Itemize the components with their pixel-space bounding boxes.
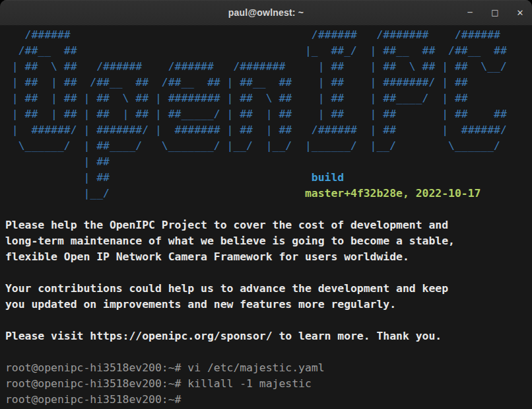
close-icon[interactable]: ✕ (515, 7, 525, 18)
terminal-line (5, 265, 532, 281)
terminal-line: Please visit https://openipc.org/sponsor… (5, 328, 532, 344)
terminal-line: | ## (5, 154, 532, 170)
terminal-line: root@openipc-hi3518ev200:~# (5, 392, 532, 408)
terminal-line: /###### /###### /####### /###### (5, 27, 532, 43)
minimize-icon[interactable]: ─ (465, 7, 475, 18)
window-title: paul@owlnest: ~ (228, 7, 304, 18)
terminal-line (5, 344, 532, 360)
terminal-line: root@openipc-hi3518ev200:~# vi /etc/maje… (5, 360, 532, 376)
window-controls: ─ □ ✕ (465, 0, 525, 25)
terminal-line: | ## | ## | ## \ ## | ######## | ## \ ##… (5, 91, 532, 106)
terminal-line (5, 313, 532, 328)
terminal-line: flexible Open IP Network Camera Framewor… (5, 249, 532, 265)
terminal-line: | ## | ## /##__ ## /##__ ## | ##__ ## | … (5, 75, 532, 91)
terminal-line (5, 202, 532, 217)
terminal-line: |__/ master+4f32b28e, 2022-10-17 (5, 186, 532, 202)
titlebar[interactable]: paul@owlnest: ~ ─ □ ✕ (0, 0, 532, 26)
maximize-icon[interactable]: □ (490, 7, 500, 18)
terminal-line: Your contributions could help us to adva… (5, 281, 532, 297)
terminal-line: | ## | ## | ## | ## | ##_____/ | ## | ##… (5, 106, 532, 122)
terminal-line: you updated on improvements and new feat… (5, 297, 532, 313)
terminal-line: | ## build (5, 170, 532, 186)
terminal-window: paul@owlnest: ~ ─ □ ✕ /###### /###### /#… (0, 0, 532, 409)
terminal-line: | ######/ | #######/ | ####### | ## | ##… (5, 122, 532, 138)
terminal-line: Please help the OpenIPC Project to cover… (5, 217, 532, 233)
terminal-line: /##__ ## |_ ##_/ | ##__ ## /##__ ## (5, 43, 532, 59)
terminal-line: | ## \ ## /###### /###### /####### | ## … (5, 59, 532, 75)
terminal-line: long-term maintenance of what we believe… (5, 233, 532, 249)
terminal-line: \______/ | ##____/ \_______/ |__/ |__/ |… (5, 138, 532, 154)
terminal-line: root@openipc-hi3518ev200:~# killall -1 m… (5, 376, 532, 392)
terminal-output[interactable]: /###### /###### /####### /###### /##__ #… (0, 26, 532, 409)
